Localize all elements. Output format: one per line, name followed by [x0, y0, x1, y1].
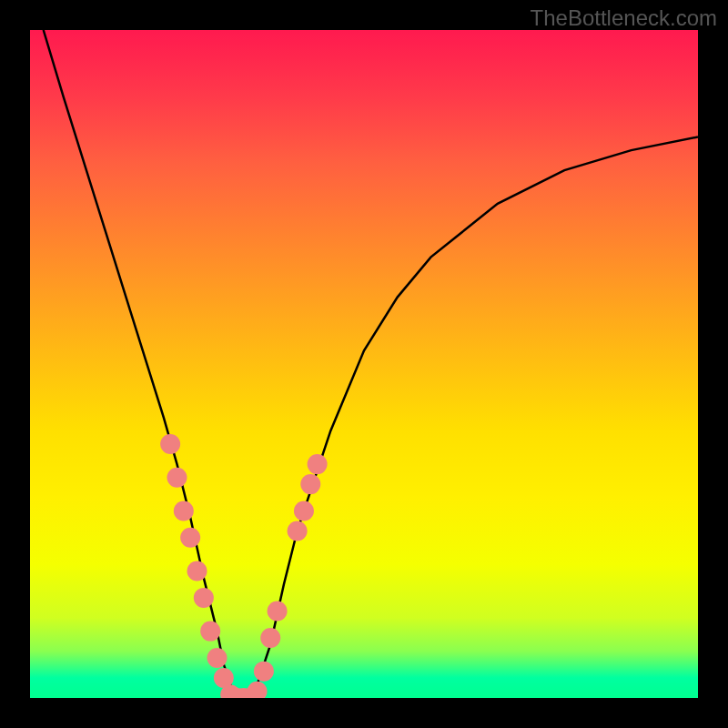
- data-marker: [194, 588, 214, 608]
- bottleneck-curve: [44, 30, 698, 698]
- data-marker: [180, 528, 200, 548]
- chart-markers: [160, 434, 327, 698]
- data-marker: [200, 622, 220, 642]
- data-marker: [207, 648, 228, 668]
- chart-plot-area: [30, 30, 698, 698]
- data-marker: [167, 468, 187, 488]
- data-marker: [288, 521, 308, 541]
- chart-svg: [30, 30, 698, 698]
- data-marker: [187, 561, 207, 581]
- data-marker: [300, 474, 320, 494]
- data-marker: [308, 454, 328, 474]
- data-marker: [160, 434, 180, 454]
- data-marker: [294, 500, 314, 521]
- data-marker: [260, 628, 280, 648]
- data-marker: [174, 500, 194, 521]
- data-marker: [254, 662, 274, 682]
- data-marker: [248, 682, 268, 698]
- watermark-label: TheBottleneck.com: [531, 5, 717, 31]
- data-marker: [268, 602, 288, 622]
